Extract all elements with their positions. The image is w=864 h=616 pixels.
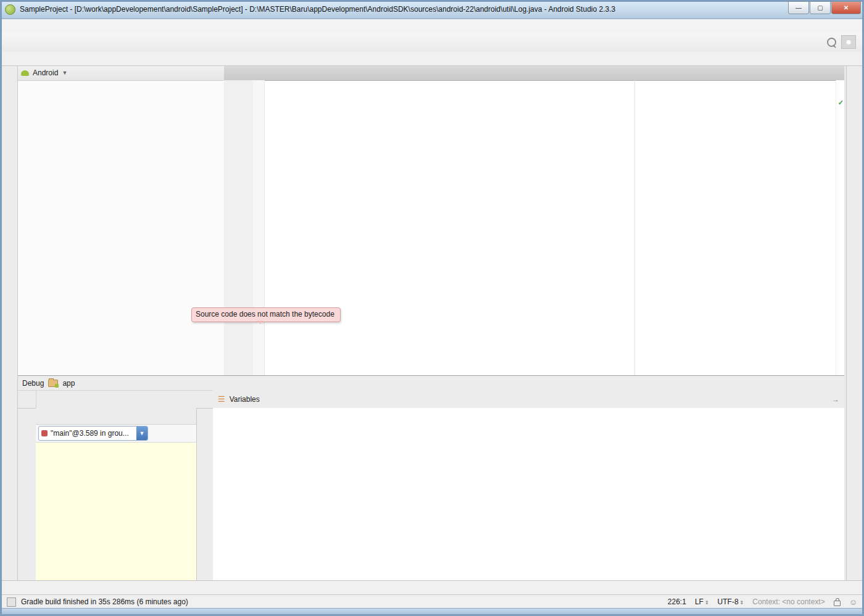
- project-panel: Android ▼: [17, 65, 225, 375]
- variables-title: Variables: [230, 395, 260, 404]
- breadcrumb: [2, 52, 862, 66]
- lock-icon[interactable]: [834, 601, 841, 606]
- debug-session-name: app: [62, 379, 75, 388]
- chevron-down-icon[interactable]: ▼: [62, 70, 67, 76]
- variables-panel: ☰ Variables →: [213, 390, 844, 581]
- minimize-button[interactable]: —: [788, 1, 809, 14]
- right-tool-stripe: [846, 65, 864, 594]
- context-indicator[interactable]: Context: <no context>: [752, 597, 825, 606]
- app-module-icon: [48, 380, 58, 387]
- android-icon: [21, 70, 29, 76]
- menu-bar: [2, 19, 862, 33]
- debug-panel: Debug app "main"@3.589 in grou... ▼ ☰ Va…: [17, 375, 844, 581]
- thread-icon: [41, 430, 48, 436]
- frames-panel: "main"@3.589 in grou... ▼: [36, 408, 197, 581]
- code-area[interactable]: [264, 80, 836, 375]
- thread-selector-value: "main"@3.589 in grou...: [51, 429, 129, 438]
- chevron-down-icon[interactable]: ▼: [136, 427, 147, 440]
- window-frame-bottom: [0, 608, 864, 616]
- right-margin-guide: [634, 80, 635, 375]
- variables-menu-icon[interactable]: ☰: [218, 394, 225, 404]
- debug-panel-title: Debug: [22, 379, 44, 388]
- bytecode-mismatch-tooltip: Source code does not match the bytecode: [191, 307, 341, 322]
- editor-tab-bar: [224, 65, 844, 81]
- encoding-indicator[interactable]: UTF-8⇕: [718, 597, 744, 606]
- close-button[interactable]: ✕: [831, 1, 861, 14]
- inspections-ok-icon: ✓: [838, 99, 844, 107]
- toolwindow-toggle-icon[interactable]: [7, 597, 16, 607]
- toolbar: ☻: [2, 32, 862, 52]
- editor-gutter[interactable]: [224, 80, 254, 375]
- maximize-button[interactable]: ▢: [810, 1, 831, 14]
- thread-selector[interactable]: "main"@3.589 in grou... ▼: [38, 426, 148, 441]
- title-bar: SampleProject - [D:\work\appDevelopement…: [0, 0, 864, 19]
- left-tool-stripe: [0, 65, 18, 594]
- fold-strip[interactable]: [253, 80, 265, 375]
- line-separator-indicator[interactable]: LF⇕: [695, 597, 709, 606]
- error-stripe[interactable]: ✓: [836, 80, 844, 375]
- project-view-selector[interactable]: Android: [33, 69, 58, 77]
- debug-toolbar-left: [17, 390, 36, 581]
- status-message: Gradle build finished in 35s 286ms (6 mi…: [21, 597, 188, 606]
- arrow-right-icon[interactable]: →: [832, 395, 839, 404]
- fatal-error-face-icon[interactable]: ☺: [849, 597, 857, 607]
- editor: ✓: [224, 65, 844, 375]
- project-panel-header: Android ▼: [17, 65, 224, 81]
- android-studio-logo-icon: [5, 4, 15, 15]
- bottom-tool-bar: [2, 580, 862, 595]
- user-icon[interactable]: ☻: [841, 35, 856, 49]
- window-title: SampleProject - [D:\work\appDevelopement…: [20, 5, 615, 14]
- status-bar: Gradle build finished in 35s 286ms (6 mi…: [2, 594, 862, 609]
- caret-position[interactable]: 226:1: [668, 597, 686, 606]
- watches-toolbar: [196, 408, 214, 581]
- debug-panel-header: Debug app: [17, 376, 844, 391]
- search-everywhere-icon[interactable]: [827, 38, 836, 47]
